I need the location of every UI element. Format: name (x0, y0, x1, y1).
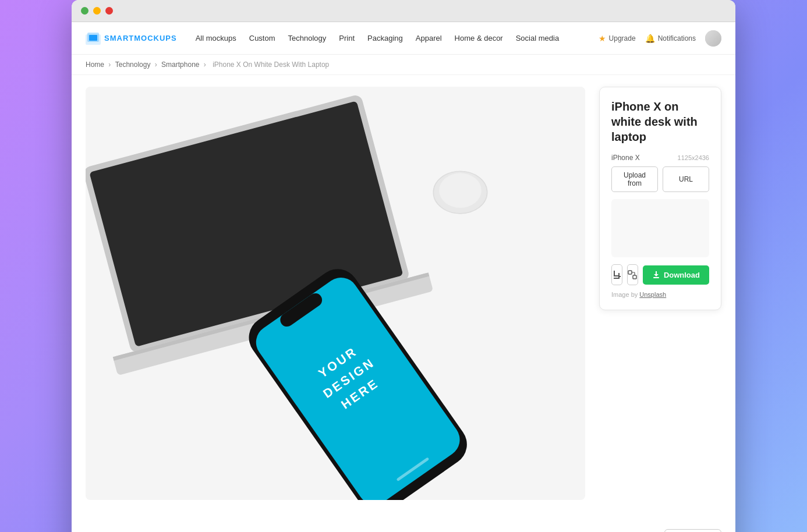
nav-apparel[interactable]: Apparel (416, 34, 442, 42)
main-content: YOUR DESIGN HERE iPhone X on white desk … (72, 75, 735, 512)
svg-point-9 (439, 173, 482, 208)
logo-text: SMARTMOCKUPS (104, 34, 177, 42)
breadcrumb-smartphone[interactable]: Smartphone (161, 61, 199, 69)
crop-button[interactable] (611, 264, 622, 285)
more-header: Try your design on more mockups Browse a… (86, 529, 721, 533)
nav-links: All mockups Custom Technology Print Pack… (196, 34, 599, 42)
mockup-preview: YOUR DESIGN HERE (86, 87, 585, 500)
nav-packaging[interactable]: Packaging (367, 34, 403, 42)
logo-icon (86, 32, 101, 45)
download-button[interactable]: Download (643, 265, 709, 285)
breadcrumb-technology[interactable]: Technology (115, 61, 151, 69)
browser-content: SMARTMOCKUPS All mockups Custom Technolo… (72, 22, 735, 532)
sidebar-panel: iPhone X on white desk with laptop iPhon… (599, 87, 721, 500)
nav-print[interactable]: Print (339, 34, 355, 42)
breadcrumb-sep3: › (204, 61, 208, 69)
upgrade-button[interactable]: ★ Upgrade (599, 34, 636, 43)
upload-buttons: Upload from URL (611, 166, 709, 192)
browser-titlebar (72, 0, 735, 22)
nav-social-media[interactable]: Social media (516, 34, 559, 42)
design-placeholder (611, 199, 709, 257)
image-credit-text: Image by (611, 291, 638, 298)
more-section: Try your design on more mockups Browse a… (72, 512, 735, 533)
dot-yellow[interactable] (93, 7, 101, 15)
scene-svg: YOUR DESIGN HERE (86, 87, 585, 500)
svg-rect-18 (633, 275, 636, 279)
action-buttons: Download (611, 264, 709, 285)
nav-technology[interactable]: Technology (288, 34, 327, 42)
device-size: 1125x2436 (678, 154, 709, 161)
svg-rect-19 (653, 277, 659, 278)
nav-custom[interactable]: Custom (249, 34, 275, 42)
avatar-image (705, 30, 721, 47)
breadcrumb-home[interactable]: Home (86, 61, 104, 69)
breadcrumb-sep1: › (108, 61, 112, 69)
crop-icon (612, 270, 621, 279)
browse-all-button[interactable]: Browse all (664, 529, 721, 533)
nav-all-mockups[interactable]: All mockups (196, 34, 236, 42)
upgrade-label: Upgrade (609, 34, 636, 42)
avatar[interactable] (705, 30, 721, 47)
product-card: iPhone X on white desk with laptop iPhon… (599, 87, 721, 310)
nav-right: ★ Upgrade 🔔 Notifications (599, 30, 721, 47)
breadcrumb: Home › Technology › Smartphone › iPhone … (72, 55, 735, 75)
product-title: iPhone X on white desk with laptop (611, 99, 709, 144)
image-credit-link[interactable]: Unsplash (639, 291, 666, 298)
breadcrumb-current: iPhone X On White Desk With Laptop (213, 61, 329, 69)
navbar: SMARTMOCKUPS All mockups Custom Technolo… (72, 22, 735, 55)
dot-red[interactable] (105, 7, 113, 15)
resize-icon (628, 270, 637, 279)
notifications-button[interactable]: 🔔 Notifications (645, 34, 696, 43)
download-icon (652, 271, 660, 279)
svg-rect-17 (628, 271, 632, 274)
logo[interactable]: SMARTMOCKUPS (86, 32, 177, 45)
nav-home-decor[interactable]: Home & decor (455, 34, 503, 42)
image-credit: Image by Unsplash (611, 291, 709, 298)
dot-green[interactable] (81, 7, 89, 15)
breadcrumb-sep2: › (155, 61, 159, 69)
device-name: iPhone X (611, 154, 640, 162)
resize-button[interactable] (627, 264, 638, 285)
bell-icon: 🔔 (645, 34, 655, 43)
browser-window: SMARTMOCKUPS All mockups Custom Technolo… (72, 0, 735, 532)
upload-from-button[interactable]: Upload from (611, 166, 658, 192)
svg-rect-2 (89, 35, 97, 41)
device-row: iPhone X 1125x2436 (611, 154, 709, 162)
download-label: Download (664, 271, 700, 279)
notifications-label: Notifications (658, 34, 696, 42)
star-icon: ★ (599, 34, 606, 43)
url-button[interactable]: URL (663, 166, 709, 192)
